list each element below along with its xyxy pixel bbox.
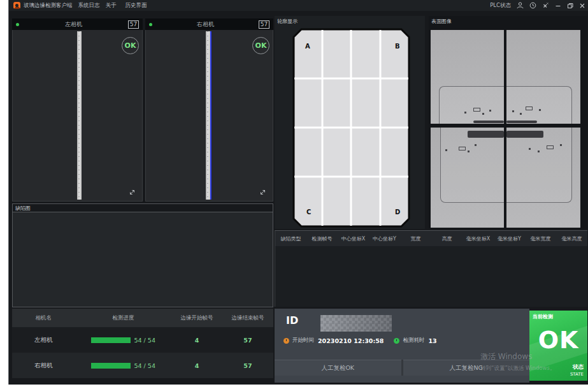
id-label: ID (286, 314, 298, 327)
elapsed-icon (394, 338, 399, 344)
user-icon[interactable] (517, 2, 524, 9)
menu-about[interactable]: 关于 (106, 2, 117, 10)
manual-ok-button[interactable]: 人工复检OK (275, 360, 401, 376)
defect-table-header: 缺陷类型 检测帧号 中心坐标X 中心坐标Y 宽度 高度 毫米坐标X 毫米坐标Y … (275, 231, 587, 246)
camera-left-header: 左相机 57 (12, 18, 143, 30)
start-time-label: 开始时间 (292, 337, 314, 344)
col-defect-type: 缺陷类型 (275, 235, 306, 242)
camera-right-result-badge: OK (252, 37, 269, 54)
manual-ng-button[interactable]: 人工复检NG (403, 360, 530, 376)
camera-right-header: 右相机 57 (145, 18, 273, 30)
col-start-frame: 边缘开始帧号 (171, 314, 222, 322)
contour-shape: A B C D (292, 28, 410, 228)
surface-image-bottom-left[interactable] (431, 128, 504, 228)
camera-panel-right: 右相机 57 OK (145, 18, 273, 202)
progress-text: 54 / 54 (134, 362, 155, 369)
camera-table-header: 相机名 检测进度 边缘开始帧号 边缘结束帧号 (12, 309, 273, 327)
progress-bar (91, 337, 131, 343)
menubar: 系统日志 关于 历史界面 (78, 2, 153, 10)
start-frame-value: 4 (171, 362, 222, 369)
col-mm-height: 毫米高度 (556, 235, 587, 242)
col-width: 宽度 (400, 235, 431, 242)
elapsed-label: 检测耗时 (403, 337, 424, 344)
camera-progress-table: 相机名 检测进度 边缘开始帧号 边缘结束帧号 左相机 54 / 54 4 57 … (12, 309, 273, 378)
surface-panel-title: 表面图像 (431, 18, 452, 25)
table-row[interactable]: 右相机 54 / 54 4 57 (12, 353, 273, 378)
camera-panel-left: 左相机 57 OK (12, 18, 143, 202)
contour-panel-title: 轮廓显示 (277, 18, 298, 25)
defect-image-panel-title: 缺陷图 (13, 204, 273, 212)
manual-review-buttons: 人工复检OK 人工复检NG (275, 360, 529, 376)
connector-silhouette (473, 121, 504, 123)
surface-panel: 表面图像 (429, 16, 587, 229)
start-frame-value: 4 (171, 337, 222, 344)
result-panel: ID 开始时间 20230210 12:30:58 检测耗时 13 人工复检OK… (275, 309, 529, 383)
end-frame-value: 57 (222, 337, 273, 344)
close-button[interactable] (579, 3, 585, 9)
glass-outline (440, 128, 504, 203)
history-clock-icon[interactable] (529, 2, 536, 9)
camera-right-edge-strip (206, 31, 210, 200)
app-window: 玻璃边缘检测客户端 系统日志 关于 历史界面 PLC状态 左相机 57 OK (8, 0, 588, 385)
component-specks (506, 104, 580, 121)
disconnect-icon[interactable] (542, 2, 549, 9)
current-result-value: OK (529, 326, 587, 354)
corner-label-a: A (305, 43, 310, 50)
col-center-y: 中心坐标Y (369, 235, 400, 242)
camera-left-expand-icon[interactable] (128, 188, 136, 196)
corner-label-b: B (395, 43, 400, 50)
restore-button[interactable] (567, 3, 573, 9)
component-specks (431, 104, 504, 121)
defect-image-panel: 缺陷图 (12, 203, 273, 307)
connector-silhouette (506, 121, 537, 123)
corner-label-c: C (306, 209, 311, 216)
table-row[interactable]: 左相机 54 / 54 4 57 (12, 327, 273, 353)
camera-left-edge-strip (77, 31, 82, 200)
defect-table: 缺陷类型 检测帧号 中心坐标X 中心坐标Y 宽度 高度 毫米坐标X 毫米坐标Y … (275, 230, 587, 307)
col-frame-no: 检测帧号 (306, 235, 338, 242)
col-center-x: 中心坐标X (338, 235, 369, 242)
id-value-redacted (320, 315, 392, 332)
col-mm-y: 毫米坐标Y (494, 235, 525, 242)
minimize-button[interactable] (555, 3, 561, 9)
camera-name: 右相机 (12, 362, 75, 370)
component-specks (431, 140, 504, 157)
connector-silhouette (506, 131, 543, 138)
camera-right-image[interactable]: OK (145, 30, 273, 202)
camera-left-image[interactable]: OK (12, 30, 143, 202)
corner-label-d: D (395, 209, 400, 216)
titlebar-right: PLC状态 (490, 2, 588, 10)
col-mm-x: 毫米坐标X (463, 235, 494, 242)
camera-left-title: 左相机 (19, 20, 128, 29)
camera-right-expand-icon[interactable] (259, 188, 267, 196)
plc-status-label: PLC状态 (490, 2, 511, 10)
surface-image-bottom-right[interactable] (506, 128, 580, 228)
surface-image-top-left[interactable] (431, 30, 504, 124)
start-time-value: 20230210 12:30:58 (318, 337, 384, 344)
camera-name: 左相机 (12, 336, 75, 344)
menu-system-log[interactable]: 系统日志 (78, 2, 100, 10)
titlebar: 玻璃边缘检测客户端 系统日志 关于 历史界面 PLC状态 (9, 0, 588, 11)
current-result-box: 当前检测 OK 状态 STATE (529, 311, 587, 381)
connector-silhouette (468, 131, 505, 138)
start-time-icon (283, 338, 289, 344)
camera-right-frame-counter: 57 (259, 20, 269, 29)
col-end-frame: 边缘结束帧号 (222, 314, 273, 322)
col-height: 高度 (431, 235, 463, 242)
component-specks (506, 140, 580, 157)
col-progress: 检测进度 (75, 314, 171, 322)
app-title: 玻璃边缘检测客户端 (24, 2, 73, 10)
col-mm-width: 毫米宽度 (525, 235, 556, 242)
app-logo-icon (13, 2, 20, 9)
camera-left-result-badge: OK (122, 37, 139, 54)
result-info-row: 开始时间 20230210 12:30:58 检测耗时 13 (283, 337, 437, 344)
progress-bar (91, 363, 131, 369)
end-frame-value: 57 (222, 362, 273, 369)
menu-history[interactable]: 历史界面 (125, 2, 147, 10)
surface-image-top-right[interactable] (506, 30, 580, 124)
elapsed-value: 13 (428, 337, 436, 344)
state-label-cn: 状态 (573, 363, 584, 371)
glass-outline (506, 128, 572, 203)
camera-left-frame-counter: 57 (128, 20, 139, 29)
col-camera-name: 相机名 (12, 314, 75, 322)
